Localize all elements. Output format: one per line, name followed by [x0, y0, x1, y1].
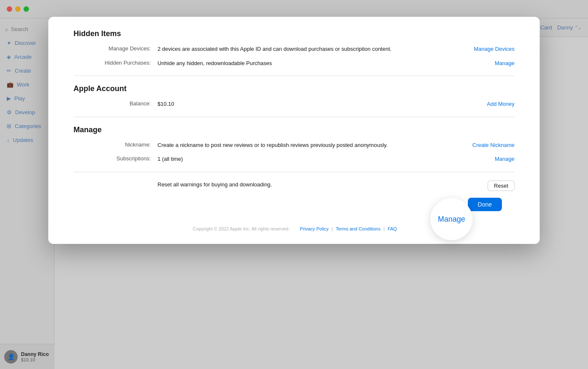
manage-circle-overlay[interactable]: Manage	[430, 198, 472, 240]
hidden-purchases-content: Unhide any hidden, redownloadable Purcha…	[158, 59, 486, 68]
manage-devices-label: Manage Devices:	[74, 45, 158, 52]
manage-circle-label[interactable]: Manage	[438, 215, 465, 224]
hidden-purchases-action: Manage	[495, 59, 514, 67]
manage-devices-row: Manage Devices: 2 devices are associated…	[74, 45, 514, 53]
subscriptions-row: Subscriptions: 1 (all time) Manage	[74, 155, 514, 163]
manage-subscriptions-button[interactable]: Manage	[495, 156, 514, 162]
pipe-1: |	[332, 226, 334, 231]
modal-overlay: Hidden Items Manage Devices: 2 devices a…	[0, 0, 588, 369]
nickname-label: Nickname:	[74, 141, 158, 148]
divider-1	[74, 76, 514, 76]
nickname-row: Nickname: Create a nickname to post new …	[74, 141, 514, 149]
balance-action: Add Money	[487, 100, 514, 107]
hidden-items-title: Hidden Items	[74, 29, 514, 38]
balance-label: Balance:	[74, 100, 158, 107]
subscriptions-action: Manage	[495, 155, 514, 162]
manage-devices-content: 2 devices are associated with this Apple…	[158, 45, 465, 53]
manage-title: Manage	[74, 126, 514, 134]
reset-action: Reset	[488, 181, 514, 191]
reset-button[interactable]: Reset	[488, 181, 514, 191]
copyright-text: Copyright © 2022 Apple Inc. All rights r…	[193, 226, 290, 231]
reset-row: Reset all warnings for buying and downlo…	[158, 181, 514, 191]
balance-row: Balance: $10.10 Add Money	[74, 100, 514, 108]
separator-1	[294, 226, 297, 231]
create-nickname-button[interactable]: Create Nickname	[472, 142, 514, 148]
add-money-button[interactable]: Add Money	[487, 101, 514, 107]
done-button[interactable]: Done	[468, 198, 502, 211]
divider-2	[74, 117, 514, 117]
nickname-action: Create Nickname	[472, 141, 514, 149]
manage-hidden-button[interactable]: Manage	[495, 60, 514, 66]
manage-devices-action: Manage Devices	[474, 45, 514, 52]
balance-value: $10.10	[158, 100, 478, 108]
reset-content: Reset all warnings for buying and downlo…	[158, 181, 479, 189]
terms-link[interactable]: Terms and Conditions	[336, 226, 381, 231]
apple-account-title: Apple Account	[74, 84, 514, 93]
manage-devices-button[interactable]: Manage Devices	[474, 46, 514, 52]
subscriptions-label: Subscriptions:	[74, 155, 158, 162]
hidden-purchases-label: Hidden Purchases:	[74, 59, 158, 66]
hidden-items-section: Hidden Items Manage Devices: 2 devices a…	[74, 29, 514, 67]
divider-3	[74, 172, 514, 172]
privacy-policy-link[interactable]: Privacy Policy	[300, 226, 328, 231]
subscriptions-content: 1 (all time)	[158, 155, 486, 163]
hidden-purchases-row: Hidden Purchases: Unhide any hidden, red…	[74, 59, 514, 68]
faq-link[interactable]: FAQ	[388, 226, 397, 231]
apple-account-section: Apple Account Balance: $10.10 Add Money	[74, 84, 514, 108]
nickname-content: Create a nickname to post new reviews or…	[158, 141, 464, 149]
manage-section: Manage Nickname: Create a nickname to po…	[74, 126, 514, 163]
pipe-2: |	[383, 226, 386, 231]
